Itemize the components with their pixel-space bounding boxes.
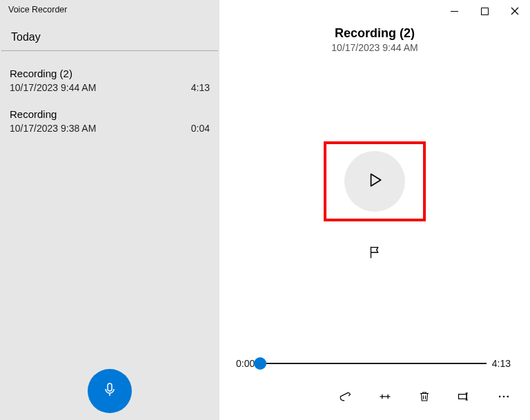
recording-timestamp: 10/17/2023 9:38 AM <box>10 123 96 134</box>
flag-icon <box>367 250 382 262</box>
main-panel: Recording (2) 10/17/2023 9:44 AM 0:00 4: <box>219 0 530 420</box>
sidebar: Voice Recorder Today Recording (2) 10/17… <box>0 0 219 420</box>
play-button[interactable] <box>344 151 405 212</box>
minimize-button[interactable] <box>439 1 469 21</box>
share-button[interactable] <box>338 390 352 406</box>
rename-button[interactable] <box>457 390 471 406</box>
recording-title: Recording <box>10 108 210 120</box>
close-button[interactable] <box>500 1 530 21</box>
recording-timestamp: 10/17/2023 9:44 AM <box>10 82 96 93</box>
microphone-icon <box>101 381 118 401</box>
svg-point-14 <box>499 396 501 398</box>
record-button[interactable] <box>88 369 132 413</box>
recordings-list: Recording (2) 10/17/2023 9:44 AM 4:13 Re… <box>0 54 219 146</box>
time-current: 0:00 <box>236 358 255 369</box>
svg-rect-0 <box>108 383 112 391</box>
recording-item[interactable]: Recording 10/17/2023 9:38 AM 0:04 <box>0 106 219 146</box>
seek-track[interactable] <box>260 363 487 364</box>
svg-rect-10 <box>459 394 467 399</box>
delete-button[interactable] <box>418 390 431 406</box>
bottom-toolbar <box>219 390 530 420</box>
trim-icon <box>378 390 392 406</box>
recording-duration: 4:13 <box>191 82 210 93</box>
play-icon <box>366 171 384 192</box>
share-icon <box>338 390 352 406</box>
selected-recording-title: Recording (2) <box>219 26 530 41</box>
seek-bar[interactable]: 0:00 4:13 <box>219 358 530 369</box>
recording-title: Recording (2) <box>10 68 210 79</box>
more-button[interactable] <box>497 390 511 406</box>
recording-duration: 0:04 <box>191 123 210 134</box>
time-total: 4:13 <box>492 358 511 369</box>
svg-point-16 <box>507 396 509 398</box>
svg-rect-2 <box>481 8 488 14</box>
annotation-highlight <box>324 141 426 221</box>
section-header-today: Today <box>1 21 218 51</box>
svg-point-15 <box>503 396 505 398</box>
window-titlebar <box>219 0 530 21</box>
app-title: Voice Recorder <box>0 0 219 21</box>
more-icon <box>497 390 511 406</box>
seek-thumb[interactable] <box>254 357 266 370</box>
trash-icon <box>418 390 431 406</box>
trim-button[interactable] <box>378 390 392 406</box>
recording-item[interactable]: Recording (2) 10/17/2023 9:44 AM 4:13 <box>0 65 219 106</box>
maximize-button[interactable] <box>469 1 500 21</box>
rename-icon <box>457 390 471 406</box>
add-marker-button[interactable] <box>367 245 382 263</box>
playback-area <box>219 46 530 358</box>
